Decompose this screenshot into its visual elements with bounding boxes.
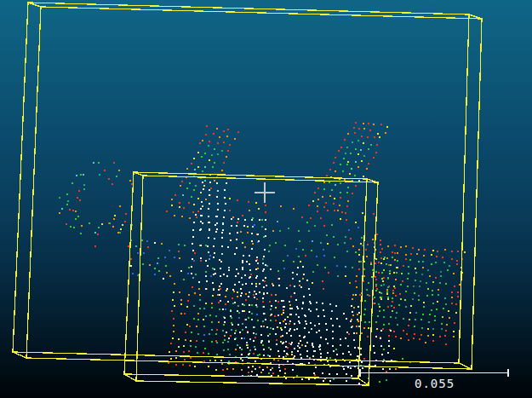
3d-viewport[interactable]: 0.055 xyxy=(0,0,532,398)
small-bounding-box xyxy=(124,172,378,385)
measurement-label: 0.055 xyxy=(415,377,455,390)
scene-canvas xyxy=(0,0,532,398)
large-bounding-box xyxy=(13,3,482,369)
point-cloud-layer xyxy=(59,122,466,384)
scale-measurement-line xyxy=(360,369,508,377)
pivot-crosshair-icon xyxy=(255,182,275,203)
